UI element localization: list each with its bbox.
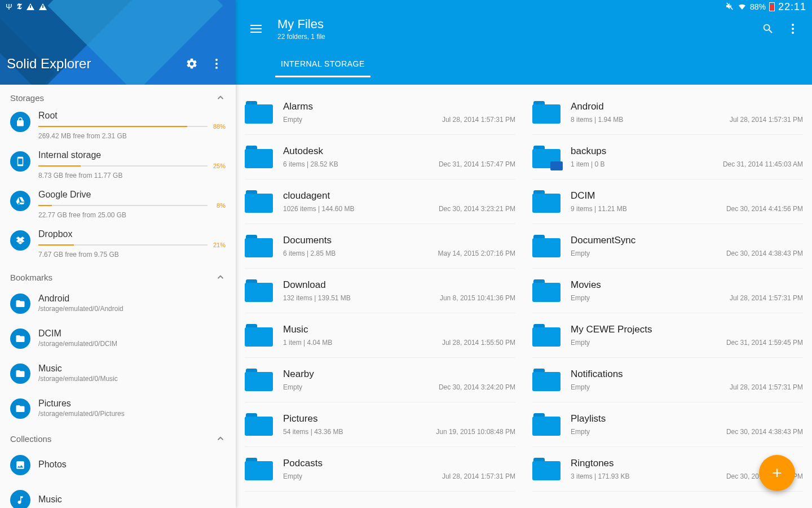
storage-percent: 21% bbox=[210, 242, 226, 248]
folder-icon bbox=[532, 190, 561, 213]
section-bookmarks[interactable]: Bookmarks bbox=[0, 264, 236, 286]
file-item[interactable]: Nearby EmptyDec 30, 2014 3:24:20 PM bbox=[245, 358, 515, 402]
file-item[interactable]: DocumentSync EmptyDec 30, 2014 4:38:43 P… bbox=[532, 224, 803, 269]
file-sub: 8 items | 1.94 MB bbox=[571, 116, 623, 124]
file-sub: Empty bbox=[283, 116, 302, 124]
file-date: Dec 31, 2014 1:59:45 PM bbox=[726, 339, 803, 347]
menu-button[interactable] bbox=[242, 15, 270, 42]
storage-sub: 7.67 GB free from 9.75 GB bbox=[38, 251, 226, 259]
bookmark-name: Android bbox=[38, 294, 123, 304]
file-sub: 132 items | 139.51 MB bbox=[283, 294, 351, 302]
bookmark-item[interactable]: Android/storage/emulated/0/Android bbox=[0, 286, 236, 321]
bookmark-path: /storage/emulated/0/Music bbox=[38, 375, 118, 383]
file-date: Jun 19, 2015 10:08:48 PM bbox=[436, 428, 515, 436]
file-date: Dec 30, 2014 4:41:56 PM bbox=[726, 205, 803, 213]
section-storages[interactable]: Storages bbox=[0, 85, 236, 106]
file-sub: Empty bbox=[571, 249, 590, 257]
file-name: Podcasts bbox=[283, 458, 323, 469]
bookmark-path: /storage/emulated/0/DCIM bbox=[38, 340, 117, 348]
bookmark-item[interactable]: DCIM/storage/emulated/0/DCIM bbox=[0, 321, 236, 356]
collection-item[interactable]: Music bbox=[0, 482, 236, 508]
file-name: Autodesk bbox=[283, 146, 323, 157]
folder-icon bbox=[532, 146, 561, 168]
file-item[interactable]: Alarms EmptyJul 28, 2014 1:57:31 PM bbox=[245, 90, 515, 135]
battery-icon bbox=[769, 2, 775, 11]
collection-name: Photos bbox=[38, 459, 67, 470]
folder-icon bbox=[532, 458, 561, 480]
vibrate-icon bbox=[725, 2, 734, 12]
storage-sub: 269.42 MB free from 2.31 GB bbox=[38, 132, 226, 140]
file-sub: 1026 items | 144.60 MB bbox=[283, 205, 355, 213]
file-item[interactable]: Music 1 item | 4.04 MBJul 28, 2014 1:55:… bbox=[245, 313, 515, 358]
file-item[interactable]: Autodesk 6 items | 28.52 KBDec 31, 2014 … bbox=[245, 135, 515, 179]
fab-add-button[interactable]: + bbox=[759, 455, 795, 491]
file-item[interactable]: Documents 6 items | 2.85 MBMay 14, 2015 … bbox=[245, 224, 515, 269]
bookmark-path: /storage/emulated/0/Android bbox=[38, 305, 123, 313]
file-item[interactable]: Movies EmptyJul 28, 2014 1:57:31 PM bbox=[532, 269, 803, 313]
main-panel: My Files 22 folders, 1 file INTERNAL STO… bbox=[236, 0, 812, 508]
warning-icon bbox=[27, 3, 34, 10]
collection-item[interactable]: Photos bbox=[0, 447, 236, 482]
tab-internal-storage[interactable]: INTERNAL STORAGE bbox=[275, 51, 370, 77]
file-sub: Empty bbox=[571, 339, 590, 347]
file-sub: 54 items | 43.36 MB bbox=[283, 428, 343, 436]
file-date: Dec 30, 2014 3:23:21 PM bbox=[439, 205, 515, 213]
search-button[interactable] bbox=[756, 16, 780, 41]
storage-name: Internal storage bbox=[38, 150, 226, 160]
storage-item[interactable]: Internal storage 25% 8.73 GB free from 1… bbox=[0, 146, 236, 185]
file-sub: Empty bbox=[571, 383, 590, 391]
file-item[interactable]: backups 1 item | 0 BDec 31, 2014 11:45:0… bbox=[532, 135, 803, 179]
file-name: Music bbox=[283, 324, 308, 335]
collection-name: Music bbox=[38, 494, 62, 505]
storage-name: Google Drive bbox=[38, 190, 226, 200]
file-sub: Empty bbox=[283, 472, 302, 480]
file-list[interactable]: Alarms EmptyJul 28, 2014 1:57:31 PM Andr… bbox=[236, 85, 812, 508]
file-name: My CEWE Projects bbox=[571, 324, 652, 335]
file-date: Dec 30, 2014 4:38:43 PM bbox=[726, 428, 803, 436]
battery-text: 88% bbox=[750, 2, 766, 11]
storage-item[interactable]: Google Drive 8% 22.77 GB free from 25.00… bbox=[0, 185, 236, 225]
folder-icon bbox=[245, 458, 273, 480]
file-item[interactable]: Pictures 54 items | 43.36 MBJun 19, 2015… bbox=[245, 402, 515, 447]
file-item[interactable]: DCIM 9 items | 11.21 MBDec 30, 2014 4:41… bbox=[532, 179, 803, 224]
bookmark-path: /storage/emulated/0/Pictures bbox=[38, 410, 125, 418]
main-overflow-button[interactable] bbox=[780, 16, 805, 41]
file-name: Download bbox=[283, 279, 326, 291]
page-title: My Files bbox=[277, 17, 325, 32]
folder-icon bbox=[245, 235, 273, 257]
file-item[interactable]: Notifications EmptyJul 28, 2014 1:57:31 … bbox=[532, 358, 803, 402]
settings-button[interactable] bbox=[179, 51, 204, 76]
storage-item[interactable]: Dropbox 21% 7.67 GB free from 9.75 GB bbox=[0, 225, 236, 264]
file-name: Android bbox=[571, 101, 604, 112]
file-date: Jul 28, 2014 1:57:31 PM bbox=[730, 116, 803, 124]
storage-item[interactable]: Root 88% 269.42 MB free from 2.31 GB bbox=[0, 106, 236, 146]
sidebar-overflow-button[interactable] bbox=[204, 51, 229, 76]
storage-percent: 8% bbox=[210, 202, 226, 209]
file-item[interactable]: cloudagent 1026 items | 144.60 MBDec 30,… bbox=[245, 179, 515, 224]
warning-icon bbox=[39, 3, 47, 10]
folder-icon bbox=[532, 369, 561, 391]
section-collections[interactable]: Collections bbox=[0, 426, 236, 447]
search-icon bbox=[762, 23, 774, 35]
file-item[interactable]: Android 8 items | 1.94 MBJul 28, 2014 1:… bbox=[532, 90, 803, 135]
file-name: Nearby bbox=[283, 369, 314, 380]
folder-icon bbox=[532, 101, 561, 124]
bookmark-item[interactable]: Music/storage/emulated/0/Music bbox=[0, 356, 236, 391]
file-name: Alarms bbox=[283, 101, 313, 112]
folder-icon bbox=[10, 329, 30, 349]
folder-icon bbox=[532, 279, 561, 302]
file-name: cloudagent bbox=[283, 190, 330, 202]
file-item[interactable]: Playlists EmptyDec 30, 2014 4:38:43 PM bbox=[532, 402, 803, 447]
page-subtitle: 22 folders, 1 file bbox=[277, 33, 325, 41]
file-item[interactable]: Download 132 items | 139.51 MBJun 8, 201… bbox=[245, 269, 515, 313]
file-sub: Empty bbox=[283, 383, 302, 391]
file-name: Playlists bbox=[571, 413, 606, 424]
storage-percent: 25% bbox=[210, 163, 226, 169]
storage-bar bbox=[38, 165, 208, 167]
status-bar: Ψ 𝕿 88% 22:11 bbox=[0, 0, 812, 14]
file-item[interactable]: Podcasts EmptyJul 28, 2014 1:57:31 PM bbox=[245, 447, 515, 492]
file-date: Jul 28, 2014 1:57:31 PM bbox=[730, 383, 803, 391]
file-item[interactable]: My CEWE Projects EmptyDec 31, 2014 1:59:… bbox=[532, 313, 803, 358]
dropbox-icon bbox=[10, 230, 30, 251]
bookmark-item[interactable]: Pictures/storage/emulated/0/Pictures bbox=[0, 391, 236, 426]
